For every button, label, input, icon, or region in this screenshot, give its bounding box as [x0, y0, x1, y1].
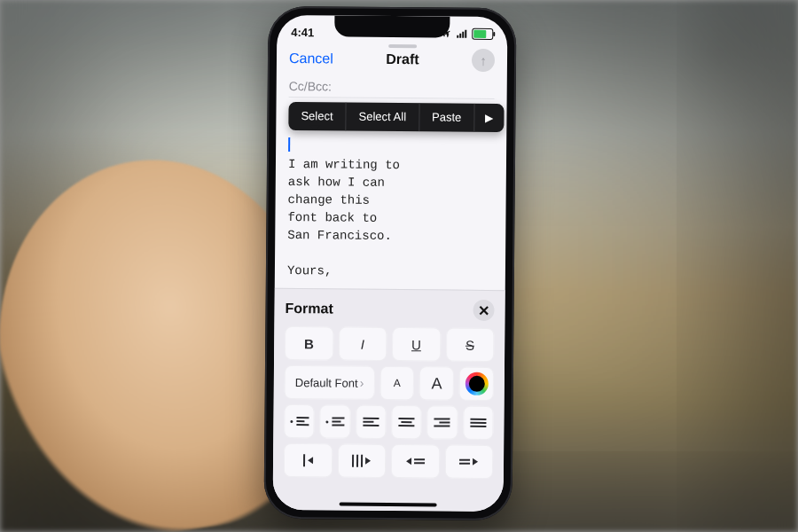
numbered-list-button[interactable]: [284, 404, 315, 438]
strike-glyph: S: [466, 337, 474, 352]
cell-signal-icon: [457, 29, 466, 38]
battery-icon: [472, 27, 493, 39]
format-title: Format: [285, 301, 332, 317]
arrow-up-icon: ↑: [480, 52, 487, 67]
italic-button[interactable]: I: [339, 326, 387, 360]
outdent-button[interactable]: [284, 443, 332, 477]
chevron-right-icon: ›: [360, 376, 364, 390]
align-right-button[interactable]: [427, 405, 458, 439]
bold-glyph: B: [304, 336, 314, 351]
bulleted-list-button[interactable]: [320, 404, 351, 438]
phone-frame: 4:41 ✈ Cancel Draft ↑ Cc/Bcc: Select Sel…: [263, 6, 516, 520]
font-label: Default Font: [295, 376, 358, 390]
notch: [334, 15, 450, 37]
menu-select-all[interactable]: Select All: [346, 103, 419, 132]
divider: [289, 97, 495, 99]
align-right-icon: [434, 418, 450, 426]
edit-context-menu: Select Select All Paste ▶: [288, 102, 504, 132]
message-body[interactable]: I am writing to ask how I can change thi…: [287, 137, 494, 290]
decrease-font-button[interactable]: A: [379, 366, 414, 400]
menu-paste[interactable]: Paste: [419, 103, 475, 132]
bulleted-list-icon: [325, 417, 344, 426]
bold-button[interactable]: B: [285, 326, 333, 360]
big-a-icon: A: [432, 374, 442, 393]
increase-font-button[interactable]: A: [419, 366, 454, 400]
close-format-button[interactable]: ✕: [473, 300, 494, 321]
text-color-button[interactable]: [459, 367, 494, 401]
indent-icon: [352, 455, 371, 467]
send-button[interactable]: ↑: [472, 49, 495, 72]
phone-screen: 4:41 ✈ Cancel Draft ↑ Cc/Bcc: Select Sel…: [273, 15, 508, 512]
align-center-icon: [399, 418, 415, 426]
align-left-icon: [363, 418, 379, 426]
status-time: 4:41: [291, 26, 314, 39]
close-icon: ✕: [478, 301, 489, 318]
text-cursor: [288, 137, 290, 152]
cc-bcc-label: Cc/Bcc:: [289, 79, 332, 93]
page-title: Draft: [386, 51, 419, 67]
home-indicator[interactable]: [340, 503, 437, 507]
quote-increase-icon: [459, 458, 478, 466]
quote-increase-button[interactable]: [444, 445, 493, 479]
underline-button[interactable]: U: [392, 327, 441, 361]
italic-glyph: I: [361, 336, 364, 351]
quote-decrease-button[interactable]: [391, 444, 440, 478]
align-justify-icon: [470, 419, 486, 427]
strikethrough-button[interactable]: S: [446, 328, 495, 362]
format-panel: Format ✕ B I U S Default Font › A A: [273, 288, 505, 512]
body-text: I am writing to ask how I can change thi…: [287, 157, 400, 278]
quote-decrease-icon: [406, 458, 425, 465]
numbered-list-icon: [290, 417, 309, 426]
small-a-icon: A: [394, 377, 401, 389]
underline-glyph: U: [411, 337, 421, 352]
align-left-button[interactable]: [356, 405, 387, 439]
color-ring-icon: [465, 372, 488, 395]
indent-button[interactable]: [337, 443, 386, 477]
align-center-button[interactable]: [391, 405, 422, 439]
menu-more-icon[interactable]: ▶: [474, 112, 504, 124]
navigation-bar: Cancel Draft ↑: [277, 42, 507, 77]
font-picker-button[interactable]: Default Font ›: [285, 365, 375, 400]
cancel-button[interactable]: Cancel: [289, 51, 333, 66]
outdent-icon: [303, 454, 313, 466]
cc-bcc-field[interactable]: Cc/Bcc:: [289, 79, 495, 95]
align-justify-button[interactable]: [463, 406, 494, 440]
menu-select[interactable]: Select: [288, 102, 346, 131]
